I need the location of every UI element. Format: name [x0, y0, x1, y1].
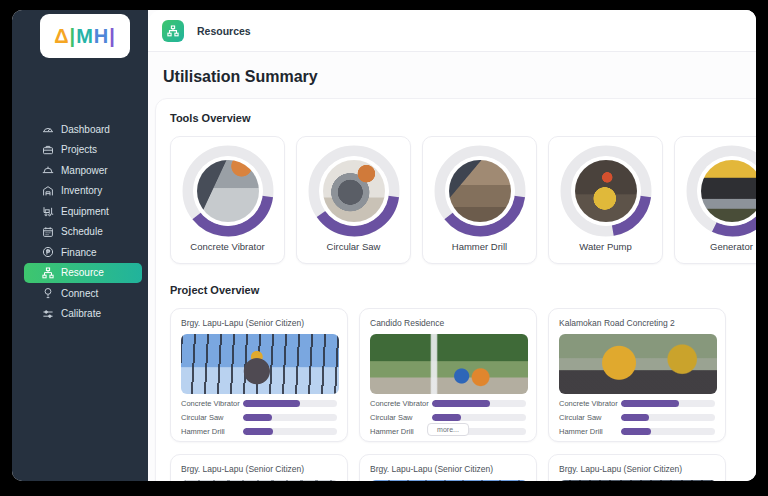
bar-fill [621, 428, 651, 435]
bar-fill [243, 414, 272, 421]
utilization-bar-row: Concrete Vibrator [559, 399, 715, 408]
utilization-ring [434, 145, 526, 237]
utilization-bar-row: Hammer Drill [181, 427, 337, 436]
project-title: Brgy. Lapu-Lapu (Senior Citizen) [370, 464, 526, 474]
sidebar-item-label: Projects [61, 144, 97, 155]
bar-track [621, 428, 715, 435]
tool-name: Water Pump [579, 241, 631, 252]
bar-label: Concrete Vibrator [370, 399, 432, 408]
sidebar-nav: DashboardProjectsManpowerInventoryEquipm… [12, 119, 148, 324]
sliders-icon [42, 308, 54, 320]
logo-letter: Δ [54, 26, 69, 46]
sidebar-item-label: Schedule [61, 226, 103, 237]
utilization-ring [308, 145, 400, 237]
sidebar-item-label: Dashboard [61, 124, 110, 135]
logo-letter: M [76, 26, 94, 46]
tool-name: Hammer Drill [452, 241, 507, 252]
tool-card[interactable]: Circular Saw [296, 136, 411, 264]
main-area: Resources Utilisation Summary Tools O [148, 10, 756, 481]
tool-name: Concrete Vibrator [190, 241, 264, 252]
sidebar-item-dashboard[interactable]: Dashboard [12, 119, 148, 140]
sidebar-item-connect[interactable]: Connect [12, 283, 148, 304]
utilization-bar-row: Concrete Vibrator [181, 399, 337, 408]
project-card[interactable]: Brgy. Lapu-Lapu (Senior Citizen) [170, 454, 348, 481]
bar-label: Concrete Vibrator [181, 399, 243, 408]
utilization-ring [560, 145, 652, 237]
briefcase-icon [42, 144, 54, 156]
project-title: Brgy. Lapu-Lapu (Senior Citizen) [559, 464, 715, 474]
bar-label: Hammer Drill [370, 427, 432, 436]
utilization-bar-row: Circular Saw [181, 413, 337, 422]
project-card[interactable]: Brgy. Lapu-Lapu (Senior Citizen)Concrete… [170, 308, 348, 442]
project-card[interactable]: Candido ResidenceConcrete VibratorCircul… [359, 308, 537, 442]
logo-letter: | [109, 26, 116, 46]
topbar-title: Resources [197, 25, 251, 37]
screenshot-stage: Δ|MH| DashboardProjectsManpowerInventory… [0, 0, 768, 496]
resources-icon [162, 20, 184, 42]
sidebar-item-label: Resource [61, 267, 104, 278]
sidebar: Δ|MH| DashboardProjectsManpowerInventory… [12, 10, 148, 481]
utilization-bar-row: Concrete Vibrator [370, 399, 526, 408]
bar-fill [621, 414, 649, 421]
utilization-bar-row: Circular Saw [370, 413, 526, 422]
lightbulb-icon [42, 287, 54, 299]
project-title: Brgy. Lapu-Lapu (Senior Citizen) [181, 464, 337, 474]
project-title: Brgy. Lapu-Lapu (Senior Citizen) [181, 318, 337, 328]
bar-label: Circular Saw [181, 413, 243, 422]
bar-track [243, 400, 337, 407]
bar-track [621, 400, 715, 407]
sidebar-item-finance[interactable]: Finance [12, 242, 148, 263]
project-photo [181, 480, 339, 481]
sidebar-item-label: Inventory [61, 185, 102, 196]
hardhat-icon [42, 164, 54, 176]
utilisation-summary-card: Tools Overview Concrete VibratorCircular… [155, 98, 756, 481]
bar-label: Hammer Drill [181, 427, 243, 436]
app-logo: Δ|MH| [40, 14, 130, 58]
sidebar-item-label: Equipment [61, 206, 109, 217]
sidebar-item-label: Connect [61, 288, 98, 299]
tool-photo [575, 160, 637, 222]
sidebar-item-inventory[interactable]: Inventory [12, 181, 148, 202]
sidebar-item-resource[interactable]: Resource [12, 263, 148, 284]
sidebar-item-calibrate[interactable]: Calibrate [12, 304, 148, 325]
tools-row: Concrete VibratorCircular SawHammer Dril… [170, 136, 756, 264]
project-title: Kalamokan Road Concreting 2 [559, 318, 715, 328]
bar-track [621, 414, 715, 421]
sidebar-item-schedule[interactable]: Schedule [12, 222, 148, 243]
utilization-ring [686, 145, 757, 237]
tool-name: Generator [710, 241, 753, 252]
tool-photo [197, 160, 259, 222]
tool-name: Circular Saw [327, 241, 381, 252]
project-overview-heading: Project Overview [170, 284, 756, 296]
bar-track [243, 414, 337, 421]
bar-fill [432, 414, 461, 421]
bar-fill [243, 428, 273, 435]
tool-card[interactable]: Generator [674, 136, 756, 264]
utilization-bar-row: Circular Saw [559, 413, 715, 422]
sidebar-item-equipment[interactable]: Equipment [12, 201, 148, 222]
app-window: Δ|MH| DashboardProjectsManpowerInventory… [12, 10, 756, 481]
sidebar-item-manpower[interactable]: Manpower [12, 160, 148, 181]
tool-card[interactable]: Concrete Vibrator [170, 136, 285, 264]
project-card[interactable]: Brgy. Lapu-Lapu (Senior Citizen) [548, 454, 726, 481]
tool-card[interactable]: Water Pump [548, 136, 663, 264]
tool-card[interactable]: Hammer Drill [422, 136, 537, 264]
sidebar-item-label: Finance [61, 247, 97, 258]
more-button[interactable]: more... [427, 423, 469, 436]
tools-overview-heading: Tools Overview [170, 112, 756, 124]
tool-photo [323, 160, 385, 222]
sidebar-item-label: Calibrate [61, 308, 101, 319]
content-scroll-area: Utilisation Summary Tools Overview Concr… [148, 52, 756, 481]
project-cards-row-2: Brgy. Lapu-Lapu (Senior Citizen)Brgy. La… [170, 454, 756, 481]
project-photo [370, 480, 528, 481]
page-title: Utilisation Summary [163, 68, 756, 86]
forklift-icon [42, 205, 54, 217]
project-photo [559, 334, 717, 394]
sidebar-item-projects[interactable]: Projects [12, 140, 148, 161]
project-title: Candido Residence [370, 318, 526, 328]
topbar: Resources [148, 10, 756, 52]
project-card[interactable]: Kalamokan Road Concreting 2Concrete Vibr… [548, 308, 726, 442]
project-card[interactable]: Brgy. Lapu-Lapu (Senior Citizen) [359, 454, 537, 481]
bar-track [432, 414, 526, 421]
gauge-icon [42, 123, 54, 135]
